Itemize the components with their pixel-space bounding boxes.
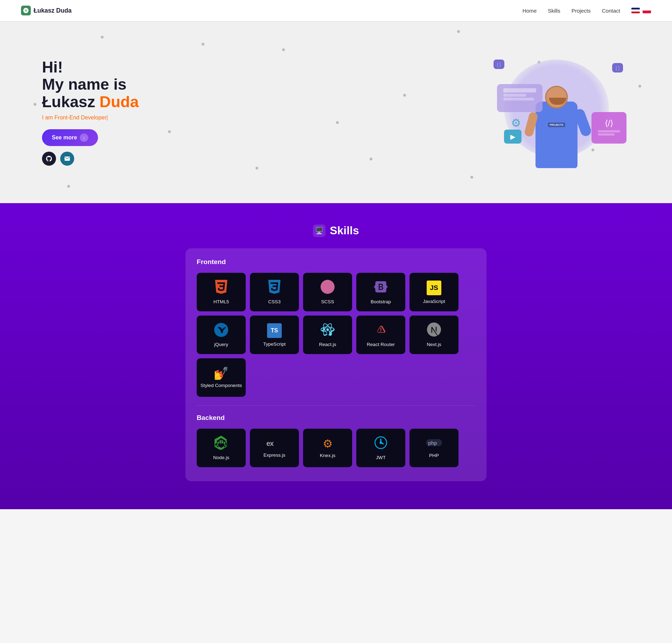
scss-label: SCSS — [321, 299, 334, 304]
illus-head — [545, 86, 568, 109]
illus-play-btn: ▶ — [504, 130, 522, 144]
reactrouter-label: React Router — [367, 342, 395, 347]
hero-fullname: Łukasz Duda — [42, 93, 139, 110]
nav-projects[interactable]: Projects — [572, 8, 591, 14]
svg-text:php: php — [428, 440, 437, 446]
scss-icon — [321, 280, 335, 296]
skill-html5[interactable]: HTML5 — [197, 273, 246, 311]
illus-card-monitor — [497, 84, 542, 112]
reactrouter-icon — [374, 323, 388, 338]
skills-divider — [197, 405, 475, 406]
hero-right: PROJECTS [ ] [ ] ⟨/⟩ — [490, 53, 630, 172]
nav-links: Home Skills Projects Contact — [523, 8, 651, 14]
illus-beard — [549, 98, 566, 105]
hero-illustration: PROJECTS [ ] [ ] ⟨/⟩ — [490, 53, 630, 172]
hero-name-line1: My name is — [42, 76, 139, 93]
bootstrap-label: Bootstrap — [371, 299, 391, 304]
skill-nodejs[interactable]: Node.js — [197, 429, 246, 467]
see-more-arrow-icon: ↓ — [80, 133, 88, 142]
frontend-category-label: Frontend — [197, 258, 475, 266]
logo-icon — [21, 6, 31, 15]
skill-express[interactable]: ex Express.js — [250, 429, 299, 467]
backend-skills-grid: Node.js ex Express.js ⚙ Knex.js JWT — [197, 429, 475, 467]
styled-components-icon: 💅 — [214, 367, 229, 379]
hero-left: Hi! My name is Łukasz Duda I am Front-En… — [42, 58, 139, 166]
hero-subtitle: I am Front-End Developer| — [42, 115, 139, 121]
bootstrap-icon — [374, 280, 388, 296]
github-button[interactable] — [42, 152, 56, 166]
frontend-skills-grid: HTML5 CSS3 SCSS Bootstrap — [197, 273, 475, 397]
nav-flags — [631, 8, 651, 13]
skill-php[interactable]: php PHP — [410, 429, 458, 467]
hero-social-icons — [42, 152, 139, 166]
html5-label: HTML5 — [214, 299, 229, 304]
illus-gear-icon: ⚙ — [511, 116, 521, 130]
skill-knex[interactable]: ⚙ Knex.js — [303, 429, 352, 467]
see-more-label: See more — [52, 134, 77, 141]
nav-logo[interactable]: Łukasz Duda — [21, 6, 72, 15]
flag-uk[interactable] — [631, 8, 640, 13]
skill-reactrouter[interactable]: React Router — [356, 316, 405, 354]
hero-section: Hi! My name is Łukasz Duda I am Front-En… — [0, 21, 672, 203]
illus-card-bracket2: [ ] — [612, 63, 623, 72]
skill-styled-components[interactable]: 💅 Styled Components — [197, 358, 246, 397]
nav-home[interactable]: Home — [523, 8, 537, 14]
css3-label: CSS3 — [268, 299, 281, 304]
skill-scss[interactable]: SCSS — [303, 273, 352, 311]
nextjs-icon — [427, 323, 441, 338]
express-icon: ex — [266, 438, 283, 449]
javascript-label: JavaScript — [423, 299, 445, 304]
skill-typescript[interactable]: TS TypeScript — [250, 316, 299, 354]
javascript-icon: JS — [427, 281, 441, 295]
skills-title-row: 🖥️ Skills — [14, 224, 658, 237]
hero-role: Front-End Developer| — [55, 115, 108, 120]
react-label: React.js — [319, 342, 336, 347]
backend-category-label: Backend — [197, 414, 475, 422]
typescript-label: TypeScript — [263, 341, 286, 347]
jwt-icon — [374, 436, 388, 451]
nav-skills[interactable]: Skills — [548, 8, 560, 14]
skill-bootstrap[interactable]: Bootstrap — [356, 273, 405, 311]
css3-icon — [267, 280, 281, 296]
email-button[interactable] — [60, 152, 74, 166]
styled-components-label: Styled Components — [201, 383, 242, 388]
see-more-button[interactable]: See more ↓ — [42, 129, 98, 146]
nodejs-icon — [214, 436, 228, 451]
jquery-label: jQuery — [214, 342, 228, 347]
skills-section: 🖥️ Skills Frontend HTML5 CSS3 — [0, 203, 672, 509]
illus-shirt-text: PROJECTS — [548, 123, 565, 127]
svg-point-2 — [380, 442, 382, 444]
navbar: Łukasz Duda Home Skills Projects Contact — [0, 0, 672, 21]
html5-icon — [214, 280, 228, 296]
illus-card-bracket: [ ] — [493, 60, 504, 69]
jwt-label: JWT — [376, 455, 386, 460]
nextjs-label: Next.js — [427, 342, 441, 347]
nodejs-label: Node.js — [213, 455, 229, 460]
skills-title: Skills — [330, 224, 359, 237]
flag-pl[interactable] — [643, 8, 651, 13]
knex-label: Knex.js — [320, 453, 336, 458]
express-label: Express.js — [264, 452, 286, 458]
logo-text: Łukasz Duda — [34, 7, 72, 14]
php-icon: php — [425, 438, 443, 449]
nav-contact[interactable]: Contact — [602, 8, 620, 14]
illus-card-code: ⟨/⟩ — [592, 112, 626, 144]
typescript-icon: TS — [267, 323, 282, 338]
skill-jquery[interactable]: jQuery — [197, 316, 246, 354]
php-label: PHP — [429, 453, 439, 458]
hero-lastname: Duda — [99, 93, 139, 110]
skill-javascript[interactable]: JS JavaScript — [410, 273, 458, 311]
skill-nextjs[interactable]: Next.js — [410, 316, 458, 354]
hero-greeting: Hi! — [42, 58, 139, 76]
skills-monitor-icon: 🖥️ — [313, 224, 326, 237]
skill-jwt[interactable]: JWT — [356, 429, 405, 467]
illus-body: PROJECTS — [536, 102, 578, 168]
react-icon — [321, 323, 335, 338]
hero-firstname: Łukasz — [42, 93, 95, 110]
skills-card: Frontend HTML5 CSS3 SCSS — [186, 248, 486, 481]
skill-css3[interactable]: CSS3 — [250, 273, 299, 311]
skill-react[interactable]: React.js — [303, 316, 352, 354]
jquery-icon — [214, 323, 228, 338]
svg-text:ex: ex — [266, 440, 274, 447]
knex-icon: ⚙ — [323, 438, 333, 449]
